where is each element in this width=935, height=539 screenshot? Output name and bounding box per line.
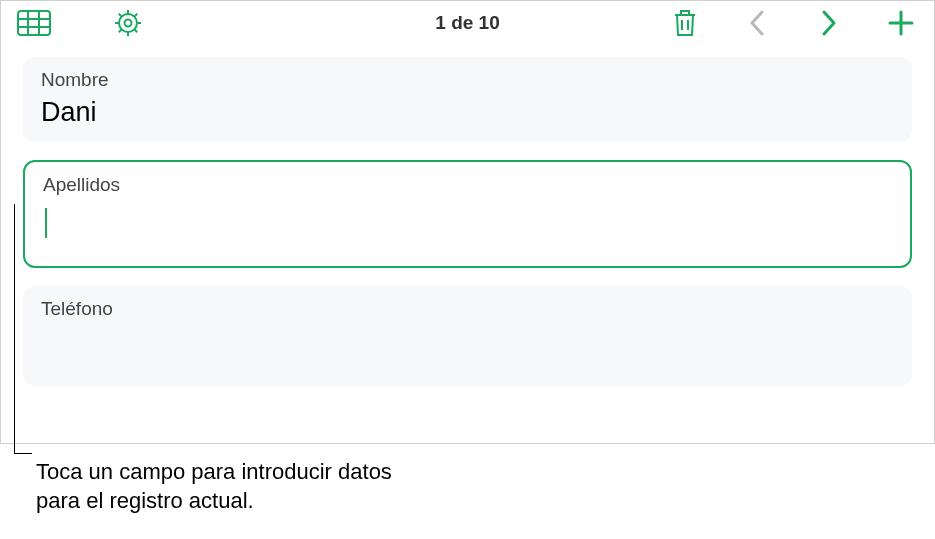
svg-point-6	[125, 20, 132, 27]
svg-line-12	[134, 29, 137, 32]
record-counter: 1 de 10	[435, 12, 499, 34]
svg-rect-0	[18, 11, 50, 35]
chevron-right-icon	[820, 9, 838, 37]
field-label-nombre: Nombre	[41, 69, 894, 91]
field-apellidos[interactable]: Apellidos	[23, 160, 912, 268]
text-cursor	[45, 208, 47, 238]
previous-record-button[interactable]	[740, 6, 774, 40]
next-record-button[interactable]	[812, 6, 846, 40]
toolbar: 1 de 10	[1, 1, 934, 45]
chevron-left-icon	[748, 9, 766, 37]
form-area: Nombre Dani Apellidos Teléfono	[1, 45, 934, 443]
table-view-button[interactable]	[17, 6, 51, 40]
form-window: 1 de 10	[0, 0, 935, 444]
add-record-button[interactable]	[884, 6, 918, 40]
settings-button[interactable]	[111, 6, 145, 40]
plus-icon	[887, 9, 915, 37]
svg-line-13	[119, 29, 122, 32]
svg-line-11	[119, 14, 122, 17]
field-label-apellidos: Apellidos	[43, 174, 892, 196]
field-nombre[interactable]: Nombre Dani	[23, 57, 912, 142]
toolbar-right	[668, 6, 918, 40]
delete-button[interactable]	[668, 6, 702, 40]
field-label-telefono: Teléfono	[41, 298, 894, 320]
table-icon	[17, 10, 51, 36]
callout-line	[14, 204, 32, 454]
toolbar-left	[17, 6, 145, 40]
caption-text: Toca un campo para introducir datos para…	[36, 458, 436, 515]
trash-icon	[672, 8, 698, 38]
gear-icon	[113, 8, 143, 38]
svg-point-5	[119, 14, 137, 32]
field-value-nombre: Dani	[41, 97, 894, 128]
svg-line-14	[134, 14, 137, 17]
field-telefono[interactable]: Teléfono	[23, 286, 912, 386]
